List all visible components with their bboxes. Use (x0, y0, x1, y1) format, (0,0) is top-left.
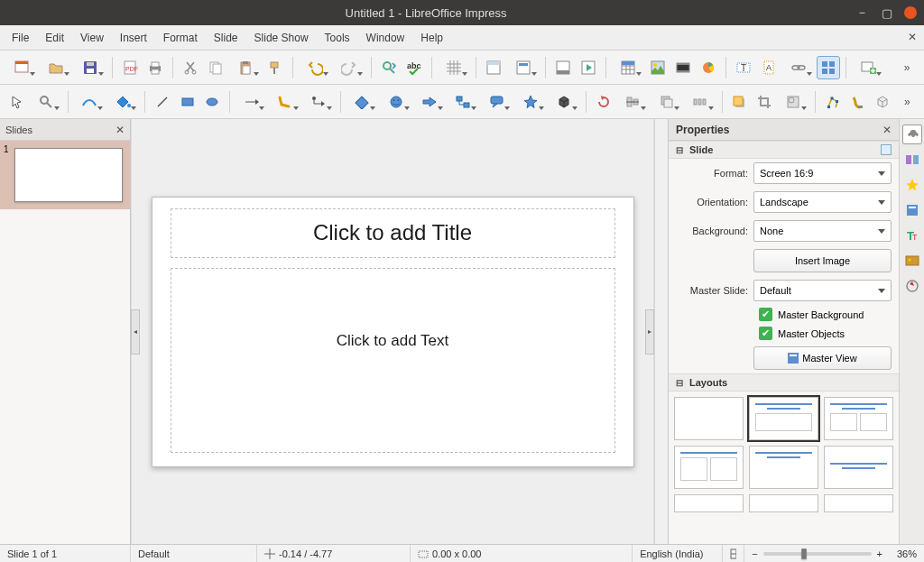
layout-9[interactable] (824, 494, 893, 512)
rectangle-tool-button[interactable] (176, 90, 199, 114)
connector-tool-button[interactable] (303, 90, 335, 114)
flowchart-button[interactable] (448, 90, 479, 114)
sidebar-styles-tab[interactable]: TT (902, 226, 922, 245)
layout-blank[interactable] (674, 397, 744, 440)
insert-chart-button[interactable] (697, 56, 720, 79)
filter-button[interactable] (778, 90, 809, 114)
insert-image-button[interactable] (646, 56, 670, 79)
block-arrows-button[interactable] (414, 90, 446, 114)
window-minimize-button[interactable]: － (854, 5, 870, 21)
glue-points-button[interactable] (845, 90, 869, 114)
insert-table-button[interactable] (612, 56, 644, 79)
toolbar-overflow[interactable]: » (895, 90, 919, 114)
slide-canvas[interactable]: Click to add Title Click to add Text (152, 197, 634, 467)
slide-editor[interactable]: ◂ Click to add Title Click to add Text ▸ (131, 119, 654, 544)
fill-color-button[interactable] (107, 90, 139, 114)
menu-slideshow[interactable]: Slide Show (246, 28, 317, 48)
master-objects-row[interactable]: ✔ Master Objects (669, 324, 899, 343)
align-objects-button[interactable] (617, 90, 649, 114)
line-tool-button[interactable] (151, 90, 174, 114)
content-placeholder[interactable]: Click to add Text (171, 268, 615, 453)
print-button[interactable] (143, 56, 167, 79)
sidebar-animation-tab[interactable] (902, 175, 922, 195)
points-edit-button[interactable] (821, 90, 845, 114)
spellcheck-button[interactable]: abc (402, 56, 426, 79)
basic-shapes-button[interactable] (346, 90, 378, 114)
status-master[interactable]: Default (131, 545, 257, 562)
master-background-checkbox[interactable]: ✔ (759, 308, 772, 321)
sidebar-gallery-tab[interactable] (902, 251, 922, 271)
ellipse-tool-button[interactable] (200, 90, 224, 114)
layout-right[interactable] (824, 446, 893, 489)
layout-title-two-content[interactable] (824, 397, 893, 440)
arrange-button[interactable] (651, 90, 682, 114)
menu-file[interactable]: File (4, 28, 37, 48)
slides-panel-close-icon[interactable]: ✕ (116, 124, 125, 136)
layout-8[interactable] (749, 494, 818, 512)
section-collapse-icon[interactable] (676, 144, 686, 155)
properties-panel-close-icon[interactable]: ✕ (882, 124, 892, 136)
window-maximize-button[interactable]: ▢ (879, 5, 895, 21)
master-background-row[interactable]: ✔ Master Background (669, 305, 899, 324)
status-language[interactable]: English (India) (633, 545, 723, 562)
display-views-button[interactable] (482, 56, 505, 79)
arrow-line-button[interactable] (236, 90, 267, 114)
title-placeholder[interactable]: Click to add Title (171, 208, 615, 258)
menu-window[interactable]: Window (358, 28, 413, 48)
cut-button[interactable] (179, 56, 202, 79)
format-select[interactable]: Screen 16:9 (753, 162, 892, 184)
master-view-button[interactable]: Master View (753, 346, 892, 370)
crop-button[interactable] (753, 90, 776, 114)
open-button[interactable] (40, 56, 72, 79)
insert-hyperlink-button[interactable] (782, 56, 815, 79)
start-current-button[interactable] (577, 56, 600, 79)
sidebar-navigator-tab[interactable] (902, 276, 922, 296)
find-replace-button[interactable] (377, 56, 401, 79)
line-color-button[interactable] (74, 90, 106, 114)
show-draw-functions-button[interactable] (817, 56, 840, 79)
callout-shapes-button[interactable] (481, 90, 513, 114)
3d-objects-button[interactable] (549, 90, 580, 114)
orientation-select[interactable]: Landscape (753, 191, 892, 213)
shadow-button[interactable] (727, 90, 751, 114)
zoom-tool-button[interactable] (31, 90, 62, 114)
window-close-button[interactable] (904, 6, 917, 19)
collapse-right-handle[interactable]: ▸ (645, 309, 654, 355)
rotate-button[interactable] (592, 90, 615, 114)
redo-button[interactable] (333, 56, 365, 79)
layout-title-only[interactable] (674, 446, 744, 489)
menu-edit[interactable]: Edit (37, 28, 72, 48)
section-collapse-icon[interactable] (676, 377, 686, 388)
sidebar-slide-transition-tab[interactable] (902, 150, 922, 170)
status-slide-count[interactable]: Slide 1 of 1 (0, 545, 131, 562)
menu-tools[interactable]: Tools (317, 28, 358, 48)
symbol-shapes-button[interactable] (380, 90, 411, 114)
paste-button[interactable] (229, 56, 262, 79)
new-button[interactable] (5, 56, 38, 79)
insert-av-button[interactable] (671, 56, 695, 79)
layouts-section-header[interactable]: Layouts (669, 373, 899, 392)
sidebar-master-slides-tab[interactable] (902, 200, 922, 220)
section-more-icon[interactable] (881, 144, 892, 155)
menu-format[interactable]: Format (155, 28, 206, 48)
menu-view[interactable]: View (72, 28, 112, 48)
copy-button[interactable] (204, 56, 227, 79)
zoom-slider[interactable] (763, 552, 872, 556)
export-pdf-button[interactable]: PDF (118, 56, 142, 79)
display-grid-button[interactable] (438, 56, 470, 79)
star-shapes-button[interactable] (514, 90, 546, 114)
slide-section-header[interactable]: Slide (669, 141, 899, 159)
toolbar-overflow[interactable]: » (895, 56, 919, 79)
extrusion-button[interactable] (871, 90, 894, 114)
vertical-scrollbar[interactable] (654, 119, 668, 544)
select-tool-button[interactable] (5, 90, 29, 114)
layout-title-content[interactable] (749, 397, 818, 440)
master-slide-button[interactable] (507, 56, 540, 79)
master-objects-checkbox[interactable]: ✔ (759, 327, 772, 340)
zoom-percent[interactable]: 36% (890, 545, 924, 562)
menu-slide[interactable]: Slide (206, 28, 246, 48)
insert-textbox-vertical-button[interactable]: A (757, 56, 781, 79)
clone-formatting-button[interactable] (263, 56, 287, 79)
zoom-in-button[interactable]: + (877, 548, 882, 559)
document-close-button[interactable]: ✕ (904, 29, 920, 45)
